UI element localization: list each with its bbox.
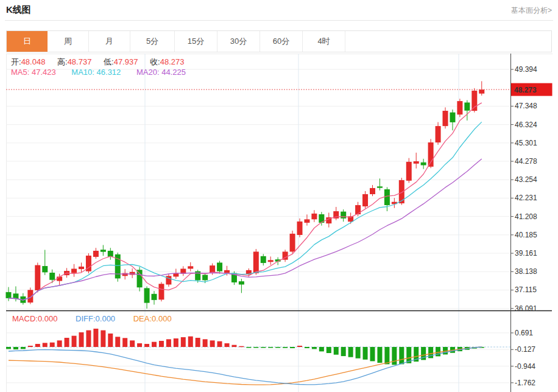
dea-value-info: DEA:0.000 xyxy=(133,314,172,323)
svg-text:-1.762: -1.762 xyxy=(515,379,535,387)
macd-info-row: MACD:0.000 DIFF:0.000 DEA:0.000 xyxy=(12,314,188,323)
svg-text:49.394: 49.394 xyxy=(515,65,537,74)
high-info: 高:48.737 xyxy=(57,57,91,66)
svg-text:42.231: 42.231 xyxy=(515,194,537,202)
svg-text:48.273: 48.273 xyxy=(514,86,537,94)
low-info: 低:47.937 xyxy=(104,57,138,66)
kline-page: K线图 基本面分析> 日周月5分15分30分60分4时 49.39447.348… xyxy=(0,0,558,392)
diff-value-info: DIFF:0.000 xyxy=(76,314,115,323)
ma10-info: MA10: 46.312 xyxy=(71,68,121,77)
svg-text:41.208: 41.208 xyxy=(515,212,537,221)
close-info: 收:48.273 xyxy=(150,57,184,66)
svg-text:-0.127: -0.127 xyxy=(515,345,535,354)
svg-text:44.278: 44.278 xyxy=(515,157,537,166)
ohlc-info-row: 开:48.048 高:48.737 低:47.937 收:48.273 xyxy=(11,57,194,68)
open-info: 开:48.048 xyxy=(11,57,45,66)
svg-text:37.115: 37.115 xyxy=(515,285,537,294)
ma-info-row: MA5: 47.423 MA10: 46.312 MA20: 44.225 xyxy=(11,68,199,77)
ma5-info: MA5: 47.423 xyxy=(11,68,56,77)
svg-text:47.348: 47.348 xyxy=(515,102,537,110)
svg-text:0.691: 0.691 xyxy=(515,329,533,337)
svg-text:39.161: 39.161 xyxy=(515,249,537,257)
svg-text:46.324: 46.324 xyxy=(515,121,537,129)
ma20-info: MA20: 44.225 xyxy=(136,68,186,77)
svg-text:45.301: 45.301 xyxy=(515,139,537,147)
svg-text:40.185: 40.185 xyxy=(515,231,537,239)
svg-text:36.091: 36.091 xyxy=(515,304,537,313)
macd-value-info: MACD:0.000 xyxy=(12,314,57,323)
svg-text:-0.944: -0.944 xyxy=(515,362,535,371)
svg-text:43.254: 43.254 xyxy=(515,175,537,184)
svg-text:38.138: 38.138 xyxy=(515,267,537,276)
